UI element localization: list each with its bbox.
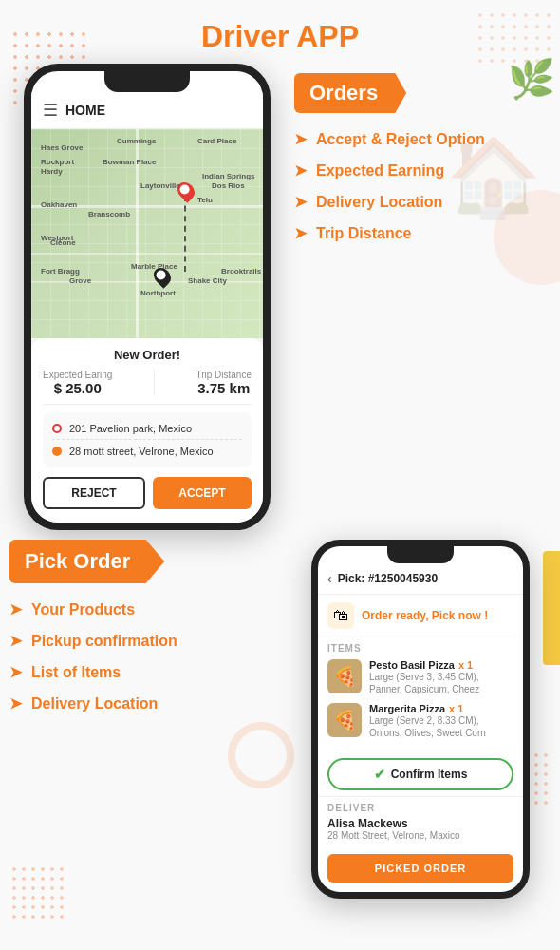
confirm-items-button[interactable]: ✔ Confirm Items (327, 758, 513, 790)
hamburger-icon[interactable]: ☰ (43, 100, 58, 121)
ready-banner: 🛍 Order ready, Pick now ! (318, 595, 523, 637)
item-info-2: Margerita Pizza x 1 Large (Serve 2, 8.33… (369, 703, 513, 739)
pick-feature-item-2: ➤ Pickup confirmation (9, 632, 285, 650)
pick-chevron-icon-1: ➤ (9, 600, 22, 618)
map-label-cleone: Cleone (50, 238, 76, 247)
item-desc-1: Large (Serve 3, 3.45 CM), Panner, Capsic… (369, 671, 513, 695)
item-row-2: 🍕 Margerita Pizza x 1 Large (Serve 2, 8.… (327, 703, 513, 739)
order-location: 201 Pavelion park, Mexico 28 mott street… (43, 412, 252, 467)
order-card-title: New Order! (43, 348, 252, 362)
phone-right-wrapper: ‹ Pick: #1250045930 🛍 Order ready, Pick … (285, 540, 551, 899)
pickup-dot (52, 424, 62, 433)
pick-order-feature-list: ➤ Your Products ➤ Pickup confirmation ➤ … (9, 600, 285, 712)
back-arrow-icon[interactable]: ‹ (327, 571, 332, 586)
picked-order-button[interactable]: PICKED ORDER (327, 854, 513, 883)
map-area: Haes Grove Cummings Bowman Place Card Pl… (31, 129, 263, 338)
map-label-oakhaven: Oakhaven (41, 200, 77, 209)
map-label-grove: Grove (69, 276, 91, 285)
pick-feature-text-1: Your Products (31, 601, 135, 618)
map-road-4 (31, 281, 263, 283)
feature-text-accept-reject: Accept & Reject Option (316, 131, 485, 148)
order-detail-header: ‹ Pick: #1250045930 (318, 563, 523, 595)
map-label-2: Cummings (117, 137, 156, 145)
accept-button[interactable]: ACCEPT (153, 477, 252, 509)
order-detail-id: Pick: #1250045930 (338, 572, 438, 585)
map-label-shakecity: Shake City (188, 276, 227, 285)
pick-feature-text-4: Delivery Location (31, 695, 158, 712)
map-label-6: Dos Rios (212, 181, 245, 190)
item-name-1: Pesto Basil Pizza (369, 659, 455, 671)
order-card: New Order! Expected Earing $ 25.00 Trip … (31, 338, 263, 522)
item-info-1: Pesto Basil Pizza x 1 Large (Serve 3, 3.… (369, 659, 513, 695)
pick-feature-item-4: ➤ Delivery Location (9, 694, 285, 712)
map-label-northport: Northport (140, 289, 176, 297)
orders-features-col: Orders ➤ Accept & Reject Option ➤ Expect… (285, 64, 551, 256)
route-line (184, 196, 186, 272)
phone-right-mockup: ‹ Pick: #1250045930 🛍 Order ready, Pick … (311, 540, 530, 899)
phone-notch (104, 71, 190, 92)
distance-value: 3.75 km (196, 380, 252, 396)
orders-banner: Orders (294, 73, 406, 113)
map-label-marble: Marble Place (131, 262, 177, 271)
feature-text-expected-earning: Expected Earning (316, 162, 444, 180)
pick-chevron-icon-2: ➤ (9, 632, 22, 650)
phone-header-title: HOME (65, 103, 105, 118)
orders-feature-list: ➤ Accept & Reject Option ➤ Expected Earn… (294, 130, 551, 242)
picked-btn-wrap: PICKED ORDER (318, 846, 523, 892)
items-section: ITEMS 🍕 Pesto Basil Pizza x 1 Large (Ser… (318, 637, 523, 752)
feature-text-delivery-location: Delivery Location (316, 194, 442, 211)
earning-label: Expected Earing (43, 370, 112, 380)
bottom-row: Pick Order ➤ Your Products ➤ Pickup conf… (0, 530, 560, 899)
item-row-1: 🍕 Pesto Basil Pizza x 1 Large (Serve 3, … (327, 659, 513, 695)
phone-header: ☰ HOME (31, 92, 263, 129)
chevron-icon-1: ➤ (294, 130, 307, 148)
bag-icon: 🛍 (327, 602, 354, 629)
feature-item-expected-earning: ➤ Expected Earning (294, 162, 551, 180)
pick-chevron-icon-3: ➤ (9, 663, 22, 681)
page-title: Driver APP (0, 0, 560, 64)
item-qty-2: x 1 (449, 703, 463, 714)
confirm-btn-label: Confirm Items (391, 768, 468, 781)
stat-divider (154, 370, 155, 396)
map-label-3: Bowman Place (103, 158, 156, 166)
pick-order-banner: Pick Order (9, 540, 164, 583)
map-label-laytonville: Laytonville (140, 181, 180, 190)
check-icon: ✔ (374, 767, 385, 782)
order-stats: Expected Earing $ 25.00 Trip Distance 3.… (43, 370, 252, 405)
chevron-icon-3: ➤ (294, 193, 307, 211)
item-desc-2: Large (Serve 2, 8.33 CM), Onions, Olives… (369, 714, 513, 739)
trip-distance-stat: Trip Distance 3.75 km (196, 370, 252, 396)
pick-feature-item-3: ➤ List of Items (9, 663, 285, 681)
pick-feature-text-2: Pickup confirmation (31, 633, 177, 650)
map-road-3 (31, 253, 263, 255)
chevron-icon-4: ➤ (294, 224, 307, 242)
deliver-address: 28 Mott Street, Velrone, Maxico (327, 830, 513, 841)
map-label-fortbragg: Fort Bragg (41, 267, 80, 276)
feature-item-trip-distance: ➤ Trip Distance (294, 224, 551, 242)
feature-item-delivery-location: ➤ Delivery Location (294, 193, 551, 211)
item-img-2: 🍕 (327, 703, 362, 737)
expected-earning-stat: Expected Earing $ 25.00 (43, 370, 112, 396)
phone-left-wrapper: ☰ HOME Haes Grove Cummings Bow (9, 64, 285, 530)
chevron-icon-2: ➤ (294, 162, 307, 180)
feature-item-accept-reject: ➤ Accept & Reject Option (294, 130, 551, 148)
item-name-row-1: Pesto Basil Pizza x 1 (369, 659, 513, 671)
ready-text: Order ready, Pick now ! (362, 609, 488, 622)
item-name-row-2: Margerita Pizza x 1 (369, 703, 513, 714)
map-label-4: Card Place (197, 137, 236, 145)
deliver-label: DELIVER (327, 803, 513, 813)
map-label-1: Haes Grove (41, 143, 83, 152)
top-row: ☰ HOME Haes Grove Cummings Bow (0, 64, 560, 530)
pick-feature-item-1: ➤ Your Products (9, 600, 285, 618)
map-label-8: Hardy (41, 167, 63, 176)
reject-button[interactable]: REJECT (43, 477, 145, 509)
item-img-1: 🍕 (327, 659, 362, 694)
map-label-telu: Telu (197, 196, 213, 204)
item-name-2: Margerita Pizza (369, 703, 445, 714)
pick-order-col: Pick Order ➤ Your Products ➤ Pickup conf… (9, 540, 285, 726)
map-label-brooktrails: Brooktrails (221, 267, 261, 276)
deliver-name: Alisa Mackews (327, 817, 513, 830)
pick-chevron-icon-4: ➤ (9, 694, 22, 712)
map-label-branscomb: Branscomb (88, 210, 130, 218)
items-label: ITEMS (327, 643, 513, 654)
